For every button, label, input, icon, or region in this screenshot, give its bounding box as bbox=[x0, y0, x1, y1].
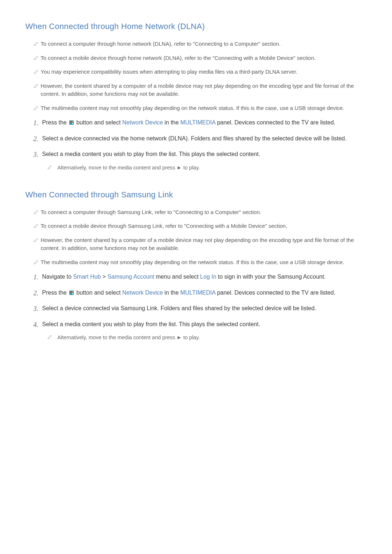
svg-rect-9 bbox=[72, 293, 73, 294]
section-heading-samsung-link: When Connected through Samsung Link bbox=[25, 190, 367, 200]
note-text: The multimedia content may not smoothly … bbox=[41, 105, 344, 111]
note-text: However, the content shared by a compute… bbox=[41, 83, 354, 97]
svg-rect-6 bbox=[70, 291, 71, 292]
play-icon: ► bbox=[177, 335, 182, 340]
step-number: 1. bbox=[33, 118, 38, 128]
keyword-multimedia: MULTIMEDIA bbox=[180, 119, 216, 126]
note-text: However, the content shared by a compute… bbox=[41, 237, 354, 251]
svg-rect-3 bbox=[70, 123, 71, 124]
step-item: 1. Navigate to Smart Hub > Samsung Accou… bbox=[33, 272, 367, 282]
step-text-fragment: button and select bbox=[75, 290, 122, 296]
note-item: To connect a computer through home netwo… bbox=[33, 40, 367, 48]
step-item: 1. Press the button and select Network D… bbox=[33, 118, 367, 127]
note-text: To connect a mobile device through Samsu… bbox=[41, 223, 287, 229]
step-number: 2. bbox=[33, 288, 38, 299]
pencil-note-icon bbox=[33, 105, 38, 110]
note-text: To connect a computer through home netwo… bbox=[41, 41, 281, 47]
pencil-note-icon bbox=[33, 55, 38, 60]
sub-note: Alternatively, move to the media content… bbox=[47, 334, 367, 342]
step-text-fragment: in the bbox=[163, 290, 180, 296]
step-text-fragment: in the bbox=[163, 119, 180, 126]
step-text: Select a device connected via Samsung Li… bbox=[42, 305, 316, 311]
step-text-fragment: to sign in with your the Samsung Account… bbox=[216, 274, 326, 280]
sub-note-text: Alternatively, move to the media content… bbox=[57, 335, 177, 340]
pencil-note-icon bbox=[33, 223, 38, 228]
step-number: 1. bbox=[33, 272, 38, 283]
smart-hub-button-icon bbox=[69, 289, 74, 294]
section-heading-dlna: When Connected through Home Network (DLN… bbox=[25, 22, 367, 31]
sub-note-text: to play. bbox=[182, 335, 200, 340]
pencil-note-icon bbox=[33, 83, 38, 88]
note-text: To connect a computer through Samsung Li… bbox=[41, 209, 261, 215]
note-text: To connect a mobile device through home … bbox=[41, 55, 316, 61]
step-item: 3. Select a media content you wish to pl… bbox=[33, 149, 367, 172]
step-text: Select a media content you wish to play … bbox=[42, 321, 260, 327]
svg-rect-0 bbox=[69, 120, 74, 125]
steps-list-dlna: 1. Press the button and select Network D… bbox=[25, 118, 367, 172]
sub-note-text: Alternatively, move to the media content… bbox=[57, 165, 177, 171]
svg-rect-5 bbox=[69, 291, 74, 295]
keyword-multimedia: MULTIMEDIA bbox=[180, 290, 216, 296]
step-number: 4. bbox=[33, 320, 38, 330]
step-number: 2. bbox=[33, 134, 38, 144]
svg-rect-4 bbox=[72, 123, 73, 124]
step-text: Select a media content you wish to play … bbox=[42, 151, 260, 157]
note-item: To connect a computer through Samsung Li… bbox=[33, 208, 367, 217]
pencil-note-icon bbox=[33, 209, 38, 214]
svg-rect-1 bbox=[70, 121, 71, 122]
note-list-samsung-link: To connect a computer through Samsung Li… bbox=[25, 208, 367, 267]
pencil-note-icon bbox=[33, 41, 38, 46]
play-icon: ► bbox=[177, 165, 182, 171]
note-list-dlna: To connect a computer through home netwo… bbox=[25, 40, 367, 112]
pencil-note-icon bbox=[33, 69, 38, 74]
step-text-fragment: button and select bbox=[75, 119, 122, 126]
step-text-fragment: Press the bbox=[42, 119, 68, 126]
note-item: However, the content shared by a compute… bbox=[33, 236, 367, 253]
breadcrumb-separator: > bbox=[101, 274, 107, 280]
keyword-samsung-account: Samsung Account bbox=[107, 274, 154, 280]
svg-rect-2 bbox=[72, 121, 73, 122]
step-item: 4. Select a media content you wish to pl… bbox=[33, 320, 367, 342]
pencil-note-icon bbox=[47, 164, 52, 169]
step-item: 2. Select a device connected via the hom… bbox=[33, 134, 367, 143]
keyword-smart-hub: Smart Hub bbox=[73, 274, 101, 280]
step-item: 2. Press the button and select Network D… bbox=[33, 288, 367, 297]
note-item: The multimedia content may not smoothly … bbox=[33, 104, 367, 112]
svg-rect-8 bbox=[70, 293, 71, 294]
steps-list-samsung-link: 1. Navigate to Smart Hub > Samsung Accou… bbox=[25, 272, 367, 342]
pencil-note-icon bbox=[47, 334, 52, 339]
step-number: 3. bbox=[33, 304, 38, 314]
step-text-fragment: Press the bbox=[42, 290, 68, 296]
step-number: 3. bbox=[33, 149, 38, 160]
keyword-network-device: Network Device bbox=[122, 119, 163, 126]
step-text-fragment: panel. Devices connected to the TV are l… bbox=[215, 119, 335, 126]
note-item: To connect a mobile device through Samsu… bbox=[33, 222, 367, 230]
step-text-fragment: menu and select bbox=[154, 274, 200, 280]
step-item: 3. Select a device connected via Samsung… bbox=[33, 304, 367, 313]
sub-note: Alternatively, move to the media content… bbox=[47, 164, 367, 172]
keyword-log-in: Log In bbox=[200, 274, 216, 280]
pencil-note-icon bbox=[33, 237, 38, 242]
note-text: You may experience compatibility issues … bbox=[41, 69, 297, 75]
note-item: To connect a mobile device through home … bbox=[33, 54, 367, 62]
note-item: The multimedia content may not smoothly … bbox=[33, 258, 367, 267]
note-item: However, the content shared by a compute… bbox=[33, 82, 367, 98]
svg-rect-7 bbox=[72, 291, 73, 292]
step-text: Select a device connected via the home n… bbox=[42, 135, 347, 141]
pencil-note-icon bbox=[33, 259, 38, 264]
keyword-network-device: Network Device bbox=[122, 290, 163, 296]
step-text-fragment: panel. Devices connected to the TV are l… bbox=[215, 290, 335, 296]
sub-note-text: to play. bbox=[182, 165, 200, 171]
step-text-fragment: Navigate to bbox=[42, 274, 73, 280]
note-item: You may experience compatibility issues … bbox=[33, 68, 367, 76]
note-text: The multimedia content may not smoothly … bbox=[41, 259, 344, 265]
smart-hub-button-icon bbox=[69, 119, 74, 124]
